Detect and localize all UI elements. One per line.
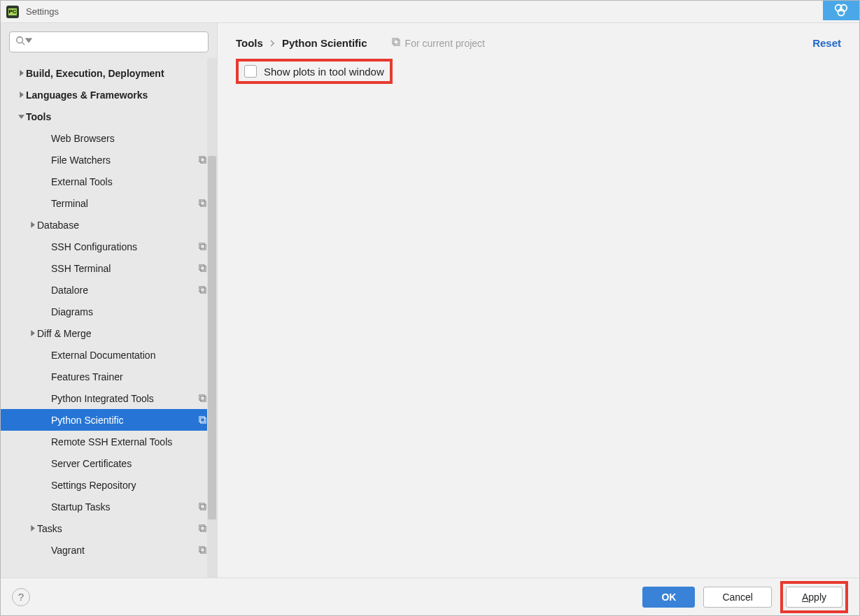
tree-item[interactable]: File Watchers [1, 149, 217, 171]
svg-rect-8 [201, 201, 206, 206]
tree-item-label: External Documentation [51, 350, 155, 361]
tree-item[interactable]: Tasks [1, 517, 217, 539]
copy-icon [198, 285, 207, 294]
copy-icon [198, 394, 207, 403]
tree-item[interactable]: Startup Tasks [1, 496, 217, 517]
help-button[interactable]: ? [12, 588, 30, 606]
tree-item-label: Startup Tasks [51, 501, 111, 513]
option-show-plots[interactable]: Show plots in tool window [236, 59, 393, 84]
tree-item[interactable]: SSH Configurations [1, 236, 217, 257]
svg-rect-11 [199, 265, 204, 270]
tree-item-label: Tasks [37, 523, 62, 534]
tree-item[interactable]: Terminal [1, 192, 217, 214]
copy-icon [198, 545, 207, 554]
svg-rect-26 [394, 40, 400, 45]
chevron-right-icon [270, 37, 275, 49]
ok-button[interactable]: OK [642, 587, 695, 608]
search-box[interactable] [9, 31, 209, 52]
chevron-right-icon[interactable] [27, 525, 37, 531]
svg-rect-17 [199, 417, 204, 422]
sidebar: Build, Execution, DeploymentLanguages & … [1, 23, 218, 578]
tree-item-label: Terminal [51, 198, 88, 209]
reset-link[interactable]: Reset [812, 37, 841, 49]
svg-rect-21 [199, 525, 204, 530]
main-panel: Tools Python Scientific For current proj… [218, 23, 859, 578]
tree-scrollbar-thumb[interactable] [208, 156, 216, 520]
copy-icon [391, 37, 401, 49]
tree-item[interactable]: Features Trainer [1, 366, 217, 387]
tree-item[interactable]: Settings Repository [1, 474, 217, 496]
titlebar: PC Settings [1, 1, 859, 23]
svg-point-3 [17, 37, 23, 43]
cancel-button[interactable]: Cancel [703, 587, 772, 608]
svg-rect-14 [201, 288, 206, 293]
tree-item-label: Diff & Merge [37, 328, 92, 339]
tree-item-label: SSH Configurations [51, 241, 137, 252]
svg-rect-23 [199, 547, 204, 552]
copy-icon [198, 199, 207, 208]
svg-rect-15 [199, 395, 204, 400]
tree-item[interactable]: SSH Terminal [1, 257, 217, 279]
svg-rect-5 [199, 157, 204, 162]
tree-item[interactable]: Server Certificates [1, 452, 217, 474]
tree-item[interactable]: Tools [1, 106, 217, 127]
tree-item-label: Vagrant [51, 545, 85, 556]
chevron-right-icon[interactable] [27, 330, 37, 336]
breadcrumb: Tools Python Scientific For current proj… [236, 37, 841, 49]
copy-icon [198, 524, 207, 533]
tree-item[interactable]: External Documentation [1, 344, 217, 366]
tree-item[interactable]: Languages & Frameworks [1, 84, 217, 106]
show-plots-checkbox[interactable] [244, 65, 257, 78]
tree-item[interactable]: Vagrant [1, 539, 217, 561]
tree-scrollbar[interactable] [207, 58, 217, 578]
svg-rect-16 [201, 396, 206, 401]
search-dropdown-icon[interactable] [24, 36, 34, 48]
copy-icon [198, 415, 207, 424]
settings-window: PC Settings Build, Execution, Deployme [0, 0, 860, 616]
tree-item-label: Settings Repository [51, 480, 136, 491]
chevron-right-icon[interactable] [16, 92, 26, 98]
tree-item-label: File Watchers [51, 155, 111, 166]
tree-item[interactable]: Remote SSH External Tools [1, 431, 217, 452]
breadcrumb-leaf: Python Scientific [282, 37, 367, 49]
tree-item-label: Languages & Frameworks [26, 89, 148, 101]
tree-item-label: Web Browsers [51, 133, 115, 144]
tree-item[interactable]: Build, Execution, Deployment [1, 62, 217, 84]
tree-item[interactable]: External Tools [1, 171, 217, 192]
tree-item[interactable]: Python Scientific [1, 409, 217, 431]
copy-icon [198, 155, 207, 164]
window-title: Settings [26, 6, 59, 17]
tree-item-label: Build, Execution, Deployment [26, 68, 164, 79]
svg-rect-24 [201, 548, 206, 553]
tree-item[interactable]: Web Browsers [1, 127, 217, 149]
tree-item-label: Diagrams [51, 306, 93, 317]
svg-rect-22 [201, 527, 206, 531]
for-current-project-hint: For current project [391, 37, 485, 49]
tree-item-label: Python Integrated Tools [51, 393, 154, 404]
corner-widget[interactable] [823, 1, 859, 20]
copy-icon [198, 242, 207, 251]
tree-item-label: Server Certificates [51, 458, 132, 469]
svg-rect-10 [201, 245, 206, 250]
copy-icon [198, 264, 207, 273]
tree-item[interactable]: Python Integrated Tools [1, 387, 217, 409]
tree-item-label: Tools [26, 111, 51, 122]
tree-item-label: Database [37, 220, 79, 231]
show-plots-label: Show plots in tool window [264, 66, 384, 78]
chevron-right-icon[interactable] [27, 222, 37, 228]
chevron-down-icon[interactable] [16, 113, 26, 120]
breadcrumb-root[interactable]: Tools [236, 37, 263, 49]
tree-item[interactable]: Datalore [1, 279, 217, 301]
tree-item[interactable]: Diff & Merge [1, 322, 217, 344]
svg-rect-7 [199, 200, 204, 205]
settings-tree[interactable]: Build, Execution, DeploymentLanguages & … [1, 58, 217, 578]
copy-icon [198, 502, 207, 511]
apply-button[interactable]: Apply [786, 587, 843, 608]
search-input[interactable] [38, 37, 202, 48]
tree-item[interactable]: Diagrams [1, 301, 217, 322]
tree-item-label: Python Scientific [51, 415, 124, 426]
tree-item-label: Features Trainer [51, 371, 123, 382]
svg-rect-18 [201, 418, 206, 423]
chevron-right-icon[interactable] [16, 70, 26, 76]
tree-item[interactable]: Database [1, 214, 217, 236]
